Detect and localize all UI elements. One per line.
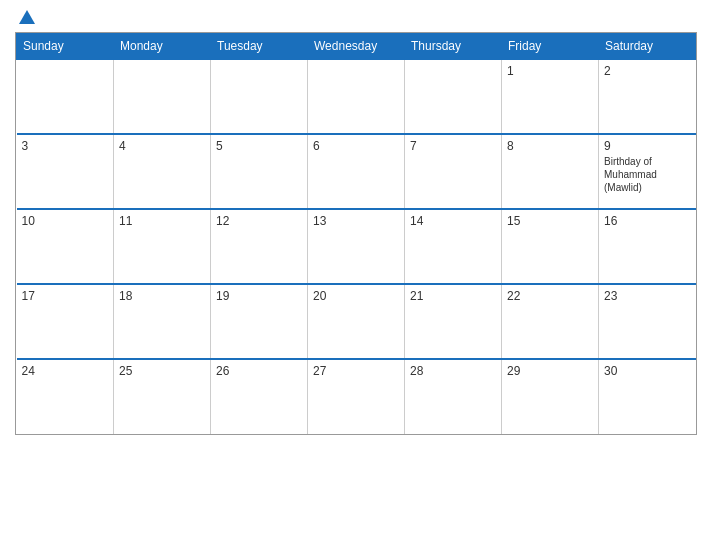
day-number: 25 — [119, 364, 205, 378]
day-number: 7 — [410, 139, 496, 153]
day-number: 10 — [22, 214, 109, 228]
day-of-week-header: Thursday — [405, 34, 502, 60]
day-number: 30 — [604, 364, 691, 378]
day-number: 17 — [22, 289, 109, 303]
calendar-day-cell — [17, 59, 114, 134]
calendar-day-cell: 28 — [405, 359, 502, 434]
day-number: 15 — [507, 214, 593, 228]
day-number: 16 — [604, 214, 691, 228]
calendar-day-cell: 14 — [405, 209, 502, 284]
day-number: 26 — [216, 364, 302, 378]
day-number: 18 — [119, 289, 205, 303]
calendar-day-cell: 16 — [599, 209, 696, 284]
calendar-day-cell: 10 — [17, 209, 114, 284]
header — [15, 10, 697, 24]
day-number: 19 — [216, 289, 302, 303]
day-number: 12 — [216, 214, 302, 228]
calendar-header: SundayMondayTuesdayWednesdayThursdayFrid… — [17, 34, 696, 60]
calendar-week-row: 3456789Birthday of Muhammad (Mawlid) — [17, 134, 696, 209]
calendar-body: 123456789Birthday of Muhammad (Mawlid)10… — [17, 59, 696, 434]
day-number: 8 — [507, 139, 593, 153]
calendar-day-cell: 9Birthday of Muhammad (Mawlid) — [599, 134, 696, 209]
day-number: 24 — [22, 364, 109, 378]
calendar-day-cell: 11 — [114, 209, 211, 284]
calendar-day-cell: 5 — [211, 134, 308, 209]
calendar-day-cell: 6 — [308, 134, 405, 209]
day-number: 3 — [22, 139, 109, 153]
day-number: 21 — [410, 289, 496, 303]
calendar-week-row: 12 — [17, 59, 696, 134]
calendar-day-cell: 20 — [308, 284, 405, 359]
calendar-day-cell: 17 — [17, 284, 114, 359]
calendar-day-cell: 1 — [502, 59, 599, 134]
day-number: 4 — [119, 139, 205, 153]
calendar-table: SundayMondayTuesdayWednesdayThursdayFrid… — [16, 33, 696, 434]
day-of-week-header: Monday — [114, 34, 211, 60]
day-number: 23 — [604, 289, 691, 303]
calendar-day-cell: 8 — [502, 134, 599, 209]
calendar-day-cell — [308, 59, 405, 134]
calendar-day-cell: 29 — [502, 359, 599, 434]
calendar-day-cell: 15 — [502, 209, 599, 284]
calendar-day-cell: 13 — [308, 209, 405, 284]
calendar-week-row: 17181920212223 — [17, 284, 696, 359]
calendar-day-cell: 18 — [114, 284, 211, 359]
day-of-week-header: Wednesday — [308, 34, 405, 60]
calendar-day-cell — [114, 59, 211, 134]
day-number: 27 — [313, 364, 399, 378]
calendar-day-cell — [211, 59, 308, 134]
day-of-week-header: Saturday — [599, 34, 696, 60]
days-of-week-row: SundayMondayTuesdayWednesdayThursdayFrid… — [17, 34, 696, 60]
holiday-text: Birthday of Muhammad (Mawlid) — [604, 155, 691, 194]
day-number: 29 — [507, 364, 593, 378]
calendar-day-cell: 7 — [405, 134, 502, 209]
calendar-day-cell: 19 — [211, 284, 308, 359]
day-number: 20 — [313, 289, 399, 303]
day-number: 1 — [507, 64, 593, 78]
page: SundayMondayTuesdayWednesdayThursdayFrid… — [0, 0, 712, 550]
calendar-day-cell: 2 — [599, 59, 696, 134]
day-number: 28 — [410, 364, 496, 378]
calendar-day-cell: 22 — [502, 284, 599, 359]
day-of-week-header: Friday — [502, 34, 599, 60]
logo-triangle-icon — [19, 10, 35, 24]
day-number: 6 — [313, 139, 399, 153]
calendar-day-cell: 4 — [114, 134, 211, 209]
calendar-day-cell: 27 — [308, 359, 405, 434]
calendar-day-cell: 3 — [17, 134, 114, 209]
day-number: 2 — [604, 64, 691, 78]
calendar-day-cell: 30 — [599, 359, 696, 434]
day-number: 11 — [119, 214, 205, 228]
calendar-day-cell: 23 — [599, 284, 696, 359]
calendar-week-row: 10111213141516 — [17, 209, 696, 284]
calendar-week-row: 24252627282930 — [17, 359, 696, 434]
calendar-day-cell: 24 — [17, 359, 114, 434]
calendar-container: SundayMondayTuesdayWednesdayThursdayFrid… — [15, 32, 697, 435]
logo — [15, 10, 35, 24]
day-number: 9 — [604, 139, 691, 153]
calendar-day-cell: 25 — [114, 359, 211, 434]
calendar-day-cell — [405, 59, 502, 134]
day-number: 22 — [507, 289, 593, 303]
day-number: 14 — [410, 214, 496, 228]
calendar-day-cell: 26 — [211, 359, 308, 434]
calendar-day-cell: 12 — [211, 209, 308, 284]
day-of-week-header: Tuesday — [211, 34, 308, 60]
calendar-day-cell: 21 — [405, 284, 502, 359]
day-number: 13 — [313, 214, 399, 228]
day-of-week-header: Sunday — [17, 34, 114, 60]
day-number: 5 — [216, 139, 302, 153]
